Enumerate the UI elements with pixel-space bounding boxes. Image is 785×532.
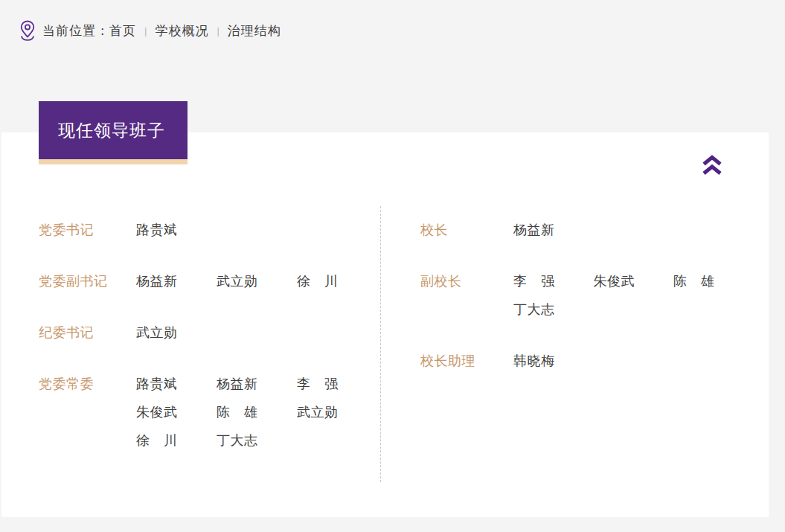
role-label: 校长助理 (420, 354, 513, 368)
leader-name: 陈 雄 (673, 275, 754, 289)
leader-name: 李 强 (513, 275, 594, 289)
leader-name: 朱俊武 (594, 275, 674, 289)
role-label: 纪委书记 (39, 326, 136, 340)
breadcrumb-separator: | (217, 25, 219, 36)
leadership-row: 党委副书记杨益新武立勋徐 川 (39, 275, 377, 289)
leader-name: 丁大志 (513, 303, 594, 317)
names-grid: 武立勋 (136, 326, 377, 340)
names-grid: 李 强朱俊武陈 雄丁大志 (513, 275, 754, 317)
leader-name: 杨益新 (217, 377, 297, 391)
column-divider (380, 206, 381, 482)
names-grid: 路贵斌杨益新李 强朱俊武陈 雄武立勋徐 川丁大志 (136, 377, 377, 448)
title-underline-bar (39, 159, 188, 164)
leadership-row: 校长杨益新 (420, 223, 752, 237)
role-label: 校长 (420, 223, 513, 237)
names-grid: 韩晓梅 (513, 354, 754, 368)
role-label: 党委书记 (39, 223, 136, 237)
leader-name: 徐 川 (297, 275, 377, 289)
section-title: 现任领导班子 (58, 119, 165, 142)
role-label: 党委副书记 (39, 275, 136, 289)
leader-name: 朱俊武 (136, 406, 217, 420)
leader-name: 陈 雄 (217, 406, 297, 420)
leader-name: 李 强 (297, 377, 377, 391)
leader-name: 韩晓梅 (513, 354, 594, 368)
leader-name: 杨益新 (513, 223, 594, 237)
leader-name: 杨益新 (136, 275, 217, 289)
breadcrumb-link-0[interactable]: 首页 (109, 24, 136, 38)
breadcrumb-separator: | (144, 25, 147, 36)
names-grid: 路贵斌 (136, 223, 377, 237)
leadership-row: 党委常委路贵斌杨益新李 强朱俊武陈 雄武立勋徐 川丁大志 (39, 377, 377, 448)
leader-name: 路贵斌 (136, 377, 217, 391)
role-label: 党委常委 (39, 377, 136, 448)
leader-name: 武立勋 (297, 406, 377, 420)
leadership-row: 纪委书记武立勋 (39, 326, 377, 340)
breadcrumb-link-2[interactable]: 治理结构 (228, 24, 281, 38)
breadcrumb: 当前位置： 首页|学校概况|治理结构 (19, 19, 281, 42)
leader-name: 徐 川 (136, 434, 217, 448)
breadcrumb-link-1[interactable]: 学校概况 (155, 24, 208, 38)
collapse-section-button[interactable] (698, 151, 726, 179)
leadership-row: 党委书记路贵斌 (39, 223, 377, 237)
leader-name: 武立勋 (136, 326, 217, 340)
names-grid: 杨益新武立勋徐 川 (136, 275, 377, 289)
location-pin-icon (19, 20, 36, 42)
leadership-right-column: 校长杨益新副校长李 强朱俊武陈 雄丁大志校长助理韩晓梅 (420, 223, 752, 406)
section-title-tab: 现任领导班子 (39, 101, 188, 164)
leadership-row: 副校长李 强朱俊武陈 雄丁大志 (420, 275, 752, 317)
role-label: 副校长 (420, 275, 513, 317)
leader-name: 路贵斌 (136, 223, 217, 237)
leadership-left-column: 党委书记路贵斌党委副书记杨益新武立勋徐 川纪委书记武立勋党委常委路贵斌杨益新李 … (39, 223, 377, 485)
names-grid: 杨益新 (513, 223, 754, 237)
breadcrumb-location-label: 当前位置： (42, 22, 109, 39)
chevron-double-up-icon (699, 154, 725, 177)
leader-name: 武立勋 (217, 275, 297, 289)
leadership-row: 校长助理韩晓梅 (420, 354, 752, 368)
leader-name: 丁大志 (217, 434, 297, 448)
